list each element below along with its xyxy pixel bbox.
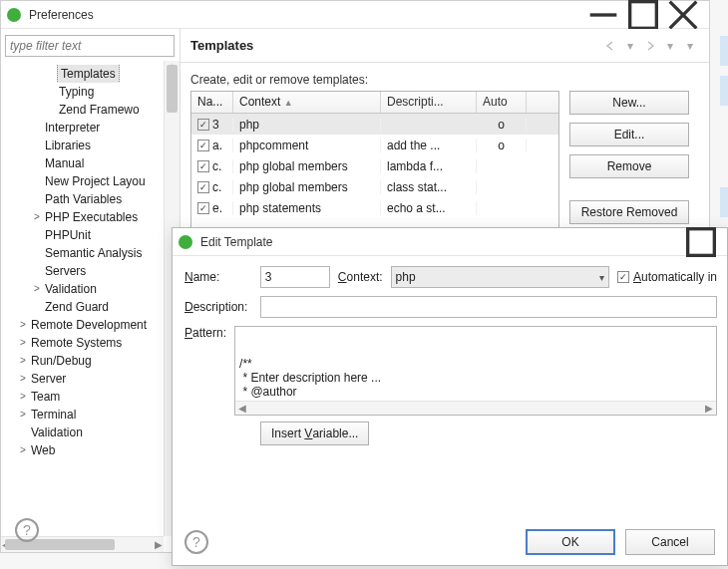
- scroll-right-icon[interactable]: ▶: [702, 402, 716, 415]
- table-row[interactable]: ✓c.php global memberslambda f...: [191, 155, 558, 176]
- tree-item[interactable]: Zend Framewo: [3, 101, 180, 119]
- restore-removed-button[interactable]: Restore Removed: [569, 200, 689, 224]
- col-name[interactable]: Na...: [191, 92, 233, 113]
- auto-insert-checkbox[interactable]: ✓ Automatically in: [617, 270, 717, 284]
- tree-item-label: Remote Development: [29, 316, 149, 334]
- edit-template-titlebar[interactable]: Edit Template: [173, 228, 727, 256]
- row-checkbox[interactable]: ✓: [197, 202, 209, 214]
- nav-back-menu-icon[interactable]: ▾: [621, 37, 639, 55]
- tree-item[interactable]: Zend Guard: [3, 298, 180, 316]
- nav-back-icon[interactable]: [601, 37, 619, 55]
- tree-expander-icon[interactable]: >: [31, 280, 43, 298]
- row-checkbox[interactable]: ✓: [197, 181, 209, 193]
- tree-item-label: PHP Executables: [43, 208, 140, 226]
- table-row[interactable]: ✓a.phpcommentadd the ...o: [191, 135, 558, 155]
- remove-button[interactable]: Remove: [569, 154, 689, 178]
- tree-item[interactable]: Path Variables: [3, 190, 180, 208]
- tree-expander-icon[interactable]: >: [17, 352, 29, 370]
- nav-forward-menu-icon[interactable]: ▾: [661, 37, 679, 55]
- tree-item[interactable]: >Server: [3, 370, 180, 388]
- tree-item[interactable]: Validation: [3, 424, 180, 441]
- tree-item-label: PHPUnit: [43, 226, 93, 244]
- app-icon: [7, 8, 21, 22]
- tree-expander-icon[interactable]: >: [17, 334, 29, 352]
- scroll-right-icon[interactable]: ▶: [152, 537, 166, 552]
- tree-expander-icon[interactable]: >: [17, 370, 29, 388]
- tree-item-label: Zend Guard: [43, 298, 111, 316]
- dialog-help-button[interactable]: ?: [184, 530, 208, 554]
- name-input[interactable]: [260, 266, 330, 288]
- preferences-titlebar[interactable]: Preferences: [1, 1, 709, 29]
- tree-item[interactable]: Semantic Analysis: [3, 244, 180, 262]
- context-select[interactable]: php ▾: [391, 266, 610, 288]
- page-header: Templates ▾ ▾ ▾: [181, 29, 709, 63]
- tree-expander-icon[interactable]: >: [31, 208, 43, 226]
- table-row[interactable]: ✓c.php global membersclass stat...: [191, 176, 558, 197]
- nav-menu-icon[interactable]: ▾: [681, 37, 699, 55]
- tree-item[interactable]: Servers: [3, 262, 180, 280]
- app-icon: [179, 235, 192, 249]
- table-row[interactable]: ✓3phpo: [191, 114, 558, 135]
- tree-item[interactable]: Typing: [3, 83, 180, 101]
- nav-forward-icon[interactable]: [641, 37, 659, 55]
- edit-button[interactable]: Edit...: [569, 123, 689, 146]
- ok-button[interactable]: OK: [526, 529, 615, 555]
- templates-table[interactable]: Na... Context ▲ Descripti... Auto ✓3phpo…: [190, 91, 559, 230]
- row-checkbox[interactable]: ✓: [197, 140, 209, 151]
- svg-rect-4: [688, 228, 715, 255]
- table-row[interactable]: ✓e.php statementsecho a st...: [191, 197, 558, 218]
- row-checkbox[interactable]: ✓: [197, 119, 209, 131]
- col-auto[interactable]: Auto: [477, 92, 527, 113]
- tree-item-label: Run/Debug: [29, 352, 94, 370]
- tree-item-label: New Project Layou: [43, 172, 148, 190]
- filter-input[interactable]: [5, 35, 175, 57]
- minimize-button[interactable]: [583, 1, 623, 29]
- cell-name: 3: [212, 118, 219, 132]
- tree-expander-icon[interactable]: >: [17, 388, 29, 406]
- tree-item[interactable]: PHPUnit: [3, 226, 180, 244]
- tree-item-label: Semantic Analysis: [43, 244, 144, 262]
- pattern-label: Pattern:: [184, 326, 226, 416]
- cancel-button[interactable]: Cancel: [625, 529, 715, 555]
- tree-item[interactable]: >Remote Systems: [3, 334, 180, 352]
- tree-item[interactable]: >Terminal: [3, 406, 180, 424]
- checkbox-icon: ✓: [617, 271, 629, 283]
- description-input[interactable]: [260, 296, 717, 318]
- preferences-title: Preferences: [29, 8, 94, 22]
- svg-rect-1: [630, 1, 657, 28]
- help-button[interactable]: ?: [15, 518, 39, 542]
- tree-item[interactable]: New Project Layou: [3, 172, 180, 190]
- scroll-left-icon[interactable]: ◀: [235, 402, 249, 415]
- pattern-hscrollbar[interactable]: ◀ ▶: [235, 401, 716, 415]
- cell-description: echo a st...: [381, 201, 477, 215]
- tree-item-label: Zend Framewo: [57, 101, 142, 119]
- tree-item[interactable]: >Team: [3, 388, 180, 406]
- tree-item[interactable]: Libraries: [3, 137, 180, 154]
- new-button[interactable]: New...: [569, 91, 689, 115]
- insert-variable-button[interactable]: Insert Variable...: [260, 422, 369, 445]
- pattern-textarea[interactable]: /** * Enter description here ... * @auth…: [234, 326, 717, 416]
- auto-insert-label: Automatically in: [633, 270, 717, 284]
- maximize-button[interactable]: [623, 1, 663, 29]
- dialog-maximize-button[interactable]: [681, 228, 721, 256]
- col-context[interactable]: Context ▲: [233, 92, 381, 113]
- tree-item[interactable]: >Web: [3, 441, 180, 459]
- tree-item[interactable]: Manual: [3, 154, 180, 172]
- tree-item[interactable]: Interpreter: [3, 119, 180, 137]
- tree-item-label: Servers: [43, 262, 88, 280]
- tree-item[interactable]: >Remote Development: [3, 316, 180, 334]
- tree-expander-icon[interactable]: >: [17, 441, 29, 459]
- col-description[interactable]: Descripti...: [381, 92, 477, 113]
- tree-expander-icon[interactable]: >: [17, 406, 29, 424]
- tree-item[interactable]: >PHP Executables: [3, 208, 180, 226]
- cell-context: php statements: [233, 201, 381, 215]
- tree-item[interactable]: Templates: [3, 65, 180, 83]
- close-button[interactable]: [663, 1, 703, 29]
- row-checkbox[interactable]: ✓: [197, 160, 209, 172]
- tree-expander-icon[interactable]: >: [17, 316, 29, 334]
- description-label: Description:: [184, 300, 252, 314]
- tree-item[interactable]: >Run/Debug: [3, 352, 180, 370]
- cell-name: c.: [212, 159, 221, 173]
- tree-item[interactable]: >Validation: [3, 280, 180, 298]
- preferences-tree[interactable]: TemplatesTypingZend FramewoInterpreterLi…: [1, 65, 180, 459]
